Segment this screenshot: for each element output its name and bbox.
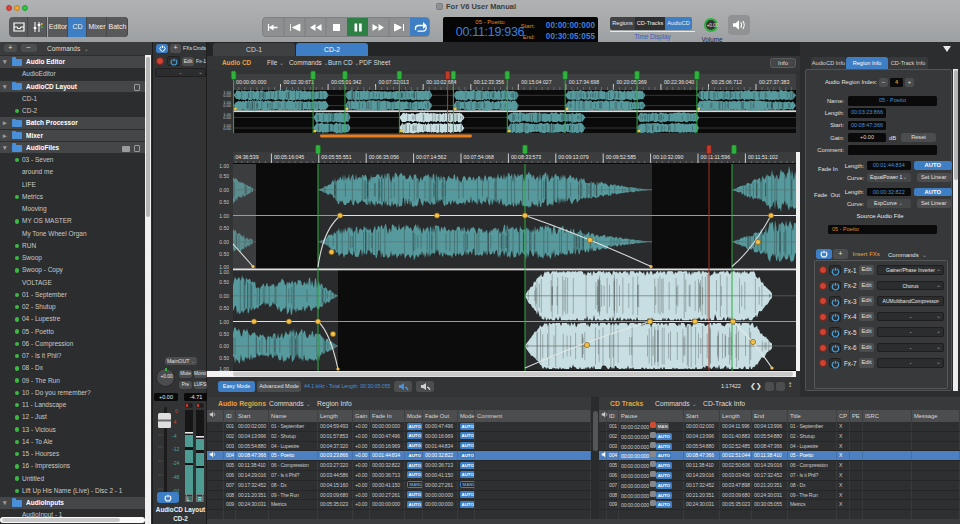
svg-text:00:07:14:562: 00:07:14:562	[416, 154, 446, 160]
svg-text:0.50: 0.50	[219, 173, 229, 179]
svg-text:0.50: 0.50	[219, 355, 229, 361]
svg-text:-12: -12	[172, 446, 179, 452]
svg-text:00:17:34:698: 00:17:34:698	[569, 79, 599, 85]
svg-text:1.00: 1.00	[219, 269, 229, 275]
svg-text:00:05:16:045: 00:05:16:045	[274, 154, 304, 160]
svg-text::04:36:539: :04:36:539	[234, 154, 259, 160]
svg-text:00:20:05:369: 00:20:05:369	[616, 79, 646, 85]
svg-text:00:00:00:000: 00:00:00:000	[236, 79, 266, 85]
svg-text:00:09:52:585: 00:09:52:585	[606, 154, 636, 160]
svg-text:00:12:33:356: 00:12:33:356	[474, 79, 504, 85]
svg-text:00:11:51:102: 00:11:51:102	[748, 154, 778, 160]
svg-text:00:11:11:596: 00:11:11:596	[701, 154, 731, 160]
svg-text:00:06:35:056: 00:06:35:056	[369, 154, 399, 160]
svg-text:0.50: 0.50	[219, 331, 229, 337]
svg-text:0.00: 0.00	[219, 293, 229, 299]
svg-text:00:07:54:068: 00:07:54:068	[464, 154, 494, 160]
svg-text:0: 0	[175, 408, 178, 414]
svg-text:0.00: 0.00	[219, 343, 229, 349]
svg-text:00:15:04:027: 00:15:04:027	[521, 79, 551, 85]
svg-text:00:10:32:090: 00:10:32:090	[653, 154, 683, 160]
svg-text:00:25:06:712: 00:25:06:712	[712, 79, 742, 85]
svg-text:00:02:30:671: 00:02:30:671	[284, 79, 314, 85]
svg-text:1.00: 1.00	[219, 213, 229, 219]
svg-text:00:27:37:383: 00:27:37:383	[759, 79, 789, 85]
svg-text:00:09:13:079: 00:09:13:079	[558, 154, 588, 160]
svg-text:0.50: 0.50	[219, 279, 229, 285]
svg-text:0.00: 0.00	[223, 93, 232, 98]
svg-text:00:05:55:551: 00:05:55:551	[321, 154, 351, 160]
svg-text:0.00: 0.00	[223, 126, 232, 131]
svg-text:0.00: 0.00	[219, 187, 229, 193]
svg-text:00:08:33:573: 00:08:33:573	[511, 154, 541, 160]
svg-text:-24: -24	[172, 460, 179, 466]
svg-text:-4: -4	[172, 433, 177, 439]
svg-text:1.00: 1.00	[219, 163, 229, 169]
svg-text:-48: -48	[172, 474, 179, 480]
svg-text:4: 4	[174, 419, 177, 425]
svg-text:0.00: 0.00	[219, 239, 229, 245]
svg-text:0.50: 0.50	[219, 199, 229, 205]
svg-text:0.50: 0.50	[219, 225, 229, 231]
svg-text:00:07:32:013: 00:07:32:013	[379, 79, 409, 85]
svg-text:0.50: 0.50	[219, 305, 229, 311]
svg-text:00:22:36:040: 00:22:36:040	[664, 79, 694, 85]
svg-text:0.00: 0.00	[223, 103, 232, 108]
svg-text:0.00: 0.00	[223, 115, 232, 120]
svg-text:1.00: 1.00	[219, 319, 229, 325]
svg-text:0.50: 0.50	[219, 251, 229, 257]
